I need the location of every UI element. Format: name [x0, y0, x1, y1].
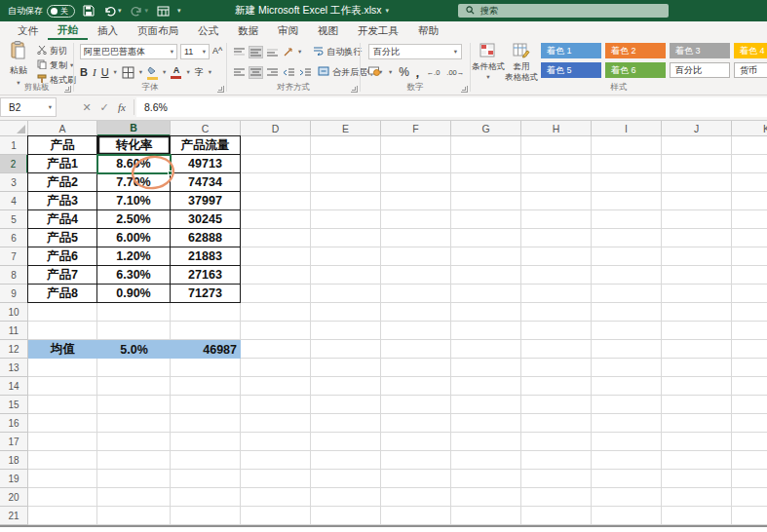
orientation-caret[interactable]: ▾	[298, 48, 301, 56]
row-header-4[interactable]: 4	[0, 192, 28, 210]
cell-style-chip[interactable]: 货币	[734, 62, 767, 78]
search-box[interactable]: 搜索	[458, 4, 669, 18]
cancel-button[interactable]: ✕	[78, 97, 96, 117]
column-header-K[interactable]: K	[732, 121, 767, 136]
tab-审阅[interactable]: 审阅	[268, 21, 308, 40]
column-header-E[interactable]: E	[311, 121, 381, 136]
autosave-toggle[interactable]: 关	[47, 5, 75, 18]
select-all-corner[interactable]	[0, 121, 28, 136]
column-header-G[interactable]: G	[451, 121, 521, 136]
row-header-17[interactable]: 17	[0, 433, 28, 451]
borders-icon[interactable]	[122, 66, 134, 79]
tab-插入[interactable]: 插入	[88, 21, 128, 40]
decrease-decimal-button[interactable]: .00→	[446, 68, 464, 77]
column-header-I[interactable]: I	[592, 121, 662, 136]
increase-indent-icon[interactable]	[299, 67, 312, 78]
column-header-D[interactable]: D	[241, 121, 311, 136]
grow-font-button[interactable]: A^	[212, 46, 222, 56]
insert-function-button[interactable]: fx	[113, 97, 131, 117]
clipboard-dialog-launcher[interactable]	[64, 86, 71, 93]
percent-style-button[interactable]: %	[399, 65, 409, 79]
decrease-indent-icon[interactable]	[283, 67, 295, 78]
font-dialog-launcher[interactable]	[217, 86, 224, 93]
bold-button[interactable]: B	[80, 66, 88, 78]
conditional-formatting-button[interactable]: 条件格式 ▾	[471, 43, 506, 80]
row-header-8[interactable]: 8	[0, 266, 28, 285]
row-header-1[interactable]: 1	[0, 136, 28, 155]
column-header-H[interactable]: H	[521, 121, 592, 136]
row-header-5[interactable]: 5	[0, 210, 28, 229]
row-header-21[interactable]: 21	[0, 507, 28, 525]
redo-dropdown-caret[interactable]: ▾	[145, 7, 149, 15]
fill-color-button[interactable]	[147, 65, 158, 80]
align-right-icon[interactable]	[266, 67, 279, 78]
copy-button[interactable]: 复制 ▾	[37, 58, 73, 72]
formula-input[interactable]: 8.6%	[136, 97, 767, 117]
undo-dropdown-caret[interactable]: ▾	[118, 7, 122, 15]
tab-视图[interactable]: 视图	[308, 21, 348, 40]
column-header-A[interactable]: A	[28, 121, 97, 136]
borders-caret[interactable]: ▾	[139, 68, 142, 76]
redo-button[interactable]: ▾	[130, 3, 150, 19]
row-header-7[interactable]: 7	[0, 247, 28, 266]
row-header-19[interactable]: 19	[0, 470, 28, 488]
row-header-13[interactable]: 13	[0, 359, 28, 377]
name-box[interactable]: B2 ▾	[0, 97, 57, 117]
cell-B12[interactable]: 5.0%	[97, 340, 171, 359]
tab-数据[interactable]: 数据	[228, 21, 268, 40]
row-header-18[interactable]: 18	[0, 451, 28, 470]
row-header-12[interactable]: 12	[0, 340, 28, 359]
row-header-20[interactable]: 20	[0, 488, 28, 507]
cell-style-chip[interactable]: 百分比	[670, 62, 730, 78]
font-name-select[interactable]: 阿里巴巴普惠体 ▾	[80, 44, 177, 59]
autosave-control[interactable]: 自动保存 关	[8, 5, 75, 18]
row-header-10[interactable]: 10	[0, 303, 28, 322]
orientation-icon[interactable]	[283, 47, 294, 57]
align-middle-icon[interactable]	[249, 47, 262, 57]
cell-style-chip[interactable]: 着色 5	[541, 62, 601, 78]
column-header-C[interactable]: C	[171, 121, 241, 136]
tab-开发工具[interactable]: 开发工具	[348, 21, 408, 40]
tab-页面布局[interactable]: 页面布局	[128, 21, 188, 40]
worksheet-grid[interactable]: ABCDEFGHIJK 1234567891011121314151617181…	[0, 121, 767, 525]
save-button[interactable]	[82, 3, 96, 19]
cell-C12[interactable]: 46987	[171, 340, 241, 359]
tab-开始[interactable]: 开始	[48, 21, 88, 40]
tab-文件[interactable]: 文件	[8, 21, 48, 40]
cut-button[interactable]: 剪切	[37, 44, 67, 57]
font-color-button[interactable]: A	[171, 66, 181, 79]
italic-button[interactable]: I	[93, 66, 96, 78]
align-center-icon[interactable]	[249, 67, 262, 78]
number-dialog-launcher[interactable]	[461, 86, 468, 93]
row-header-2[interactable]: 2	[0, 155, 28, 173]
cell-style-chip[interactable]: 着色 6	[605, 62, 666, 78]
phonetic-caret[interactable]: ▾	[209, 68, 211, 76]
align-left-icon[interactable]	[233, 67, 246, 78]
fill-color-caret[interactable]: ▾	[163, 68, 166, 76]
underline-button[interactable]: U	[101, 66, 109, 78]
alignment-dialog-launcher[interactable]	[351, 86, 358, 93]
comma-style-button[interactable]: ,	[415, 64, 421, 79]
row-header-16[interactable]: 16	[0, 414, 28, 433]
row-header-3[interactable]: 3	[0, 173, 28, 192]
underline-caret[interactable]: ▾	[114, 68, 117, 76]
row-header-6[interactable]: 6	[0, 229, 28, 247]
column-header-F[interactable]: F	[381, 121, 451, 136]
cell-style-chip[interactable]: 着色 2	[605, 43, 666, 58]
cell-style-chip[interactable]: 着色 3	[670, 43, 730, 58]
format-as-table-button[interactable]: 套用 表格格式	[504, 43, 539, 82]
row-header-15[interactable]: 15	[0, 396, 28, 414]
cell-A12[interactable]: 均值	[28, 340, 97, 359]
enter-button[interactable]: ✓	[96, 97, 113, 117]
increase-decimal-button[interactable]: ←.0	[427, 68, 441, 77]
row-header-9[interactable]: 9	[0, 285, 28, 303]
phonetic-button[interactable]: 字	[195, 68, 204, 77]
number-format-select[interactable]: 百分比 ▾	[368, 44, 462, 59]
column-header-B[interactable]: B	[97, 121, 171, 136]
title-dropdown-caret[interactable]: ▾	[386, 7, 390, 15]
font-size-select[interactable]: 11 ▾	[180, 44, 210, 59]
table-tool-button[interactable]	[156, 3, 171, 19]
paste-button[interactable]: 粘贴 ▾	[4, 43, 33, 84]
tab-公式[interactable]: 公式	[188, 21, 228, 40]
wrap-text-button[interactable]: 自动换行	[313, 46, 362, 58]
